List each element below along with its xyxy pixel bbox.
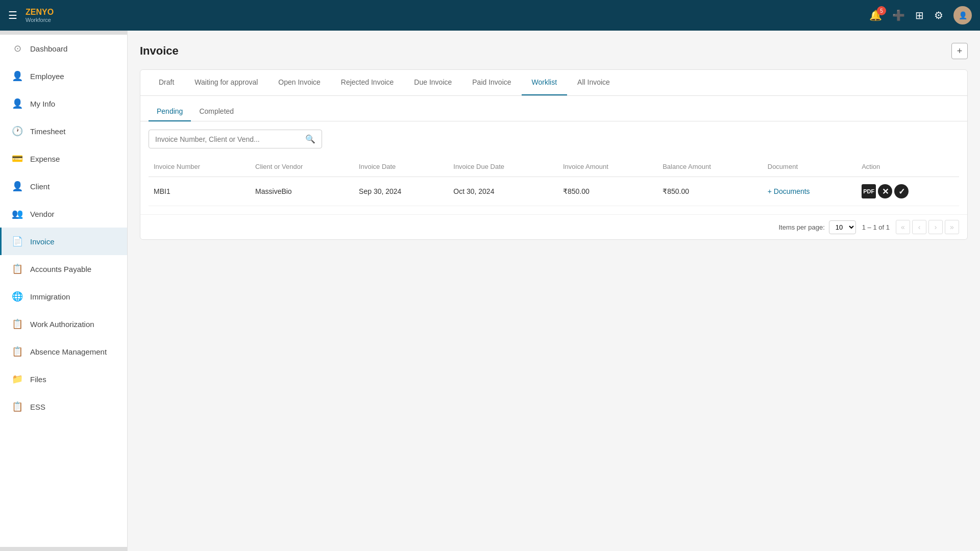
tab-paid[interactable]: Paid Invoice xyxy=(462,70,521,95)
col-invoice-date: Invoice Date xyxy=(354,157,448,177)
subtabs: Pending Completed xyxy=(140,96,967,121)
main-layout: ⊙ Dashboard 👤 Employee 👤 My Info 🕐 Times… xyxy=(0,31,980,551)
myinfo-icon: 👤 xyxy=(12,98,23,109)
cell-client-vendor: MassiveBio xyxy=(250,177,354,206)
first-page-button[interactable]: « xyxy=(896,220,910,234)
sidebar-bottom-scroll xyxy=(0,547,127,551)
sidebar-label-timesheet: Timesheet xyxy=(30,127,65,136)
sidebar-label-employee: Employee xyxy=(30,72,64,81)
absence-icon: 📋 xyxy=(12,346,23,357)
avatar[interactable]: 👤 xyxy=(953,6,972,24)
col-document: Document xyxy=(763,157,856,177)
search-icon: 🔍 xyxy=(305,134,315,144)
tab-due[interactable]: Due Invoice xyxy=(404,70,462,95)
sidebar: ⊙ Dashboard 👤 Employee 👤 My Info 🕐 Times… xyxy=(0,31,128,551)
items-per-page: Items per page: 5 10 25 50 xyxy=(778,220,855,234)
sidebar-item-dashboard[interactable]: ⊙ Dashboard xyxy=(0,35,127,62)
sidebar-label-invoice: Invoice xyxy=(30,237,55,246)
subtab-completed[interactable]: Completed xyxy=(191,102,242,121)
items-per-page-select[interactable]: 5 10 25 50 xyxy=(829,220,856,234)
sidebar-item-absence-management[interactable]: 📋 Absence Management xyxy=(0,338,127,365)
last-page-button[interactable]: » xyxy=(945,220,959,234)
tab-rejected[interactable]: Rejected Invoice xyxy=(331,70,404,95)
sidebar-item-client[interactable]: 👤 Client xyxy=(0,172,127,200)
reject-button[interactable]: ✕ xyxy=(878,184,892,198)
bell-icon[interactable]: 🔔 5 xyxy=(869,9,882,21)
sidebar-item-ess[interactable]: 📋 ESS xyxy=(0,393,127,420)
cell-document[interactable]: + Documents xyxy=(763,177,856,206)
table-row: MBI1 MassiveBio Sep 30, 2024 Oct 30, 202… xyxy=(149,177,959,206)
page-title: Invoice xyxy=(140,44,179,58)
ess-icon: 📋 xyxy=(12,401,23,412)
topnav-left: ☰ ZENYO Workforce xyxy=(8,8,54,23)
hamburger-icon[interactable]: ☰ xyxy=(8,9,17,21)
col-invoice-amount: Invoice Amount xyxy=(558,157,657,177)
tab-worklist[interactable]: Worklist xyxy=(522,70,568,95)
approve-button[interactable]: ✓ xyxy=(894,184,909,198)
subtab-pending[interactable]: Pending xyxy=(149,102,191,121)
topnav: ☰ ZENYO Workforce 🔔 5 ➕ ⊞ ⚙ 👤 xyxy=(0,0,980,31)
expense-icon: 💳 xyxy=(12,153,23,164)
immigration-icon: 🌐 xyxy=(12,291,23,302)
sidebar-label-dashboard: Dashboard xyxy=(30,44,67,53)
search-box: 🔍 xyxy=(149,130,322,148)
tab-waiting[interactable]: Waiting for approval xyxy=(184,70,268,95)
search-row: 🔍 xyxy=(140,121,967,157)
sidebar-top-scroll xyxy=(0,31,127,35)
invoice-table: Invoice Number Client or Vendor Invoice … xyxy=(149,157,959,206)
cell-invoice-number: MBI1 xyxy=(149,177,250,206)
col-action: Action xyxy=(856,157,959,177)
logo-subtitle: Workforce xyxy=(26,17,54,23)
sidebar-item-myinfo[interactable]: 👤 My Info xyxy=(0,90,127,117)
pagination-row: Items per page: 5 10 25 50 1 – 1 of 1 « … xyxy=(140,214,967,239)
sidebar-item-accounts-payable[interactable]: 📋 Accounts Payable xyxy=(0,255,127,283)
sidebar-item-work-authorization[interactable]: 📋 Work Authorization xyxy=(0,310,127,338)
invoice-card: Draft Waiting for approval Open Invoice … xyxy=(140,69,968,240)
topnav-right: 🔔 5 ➕ ⊞ ⚙ 👤 xyxy=(869,6,972,24)
work-auth-icon: 📋 xyxy=(12,318,23,330)
grid-icon[interactable]: ⊞ xyxy=(915,9,924,21)
notification-badge: 5 xyxy=(877,6,886,15)
page-info: 1 – 1 of 1 xyxy=(862,223,890,231)
accounts-payable-icon: 📋 xyxy=(12,263,23,274)
items-per-page-label: Items per page: xyxy=(778,223,824,231)
sidebar-label-work-authorization: Work Authorization xyxy=(30,320,94,329)
sidebar-label-client: Client xyxy=(30,182,50,191)
logo: ZENYO Workforce xyxy=(26,8,54,23)
sidebar-item-employee[interactable]: 👤 Employee xyxy=(0,62,127,90)
documents-link[interactable]: + Documents xyxy=(768,187,810,195)
sidebar-item-vendor[interactable]: 👥 Vendor xyxy=(0,200,127,228)
tab-all[interactable]: All Invoice xyxy=(567,70,620,95)
col-invoice-due-date: Invoice Due Date xyxy=(448,157,558,177)
sidebar-label-accounts-payable: Accounts Payable xyxy=(30,265,91,273)
sidebar-item-immigration[interactable]: 🌐 Immigration xyxy=(0,283,127,310)
sidebar-item-files[interactable]: 📁 Files xyxy=(0,365,127,393)
sidebar-item-invoice[interactable]: 📄 Invoice xyxy=(0,228,127,255)
sidebar-item-timesheet[interactable]: 🕐 Timesheet xyxy=(0,117,127,145)
page-nav: « ‹ › » xyxy=(896,220,959,234)
col-balance-amount: Balance Amount xyxy=(657,157,763,177)
sidebar-label-vendor: Vendor xyxy=(30,210,55,218)
table-wrap: Invoice Number Client or Vendor Invoice … xyxy=(140,157,967,214)
employee-icon: 👤 xyxy=(12,70,23,82)
cell-balance-amount: ₹850.00 xyxy=(657,177,763,206)
cell-invoice-due-date: Oct 30, 2024 xyxy=(448,177,558,206)
cell-invoice-amount: ₹850.00 xyxy=(558,177,657,206)
action-buttons: PDF ✕ ✓ xyxy=(862,184,954,198)
sidebar-label-myinfo: My Info xyxy=(30,99,55,108)
sidebar-item-expense[interactable]: 💳 Expense xyxy=(0,145,127,172)
page-header: Invoice + xyxy=(140,43,968,59)
client-icon: 👤 xyxy=(12,181,23,192)
sidebar-label-absence-management: Absence Management xyxy=(30,347,107,356)
tab-open[interactable]: Open Invoice xyxy=(268,70,331,95)
gear-icon[interactable]: ⚙ xyxy=(934,9,943,21)
main-tabs: Draft Waiting for approval Open Invoice … xyxy=(140,70,967,96)
plus-icon[interactable]: ➕ xyxy=(892,9,905,21)
content-area: Invoice + Draft Waiting for approval Ope… xyxy=(128,31,980,551)
prev-page-button[interactable]: ‹ xyxy=(912,220,926,234)
add-invoice-button[interactable]: + xyxy=(951,43,968,59)
tab-draft[interactable]: Draft xyxy=(149,70,184,95)
pdf-button[interactable]: PDF xyxy=(862,184,876,198)
search-input[interactable] xyxy=(155,135,301,143)
next-page-button[interactable]: › xyxy=(928,220,943,234)
